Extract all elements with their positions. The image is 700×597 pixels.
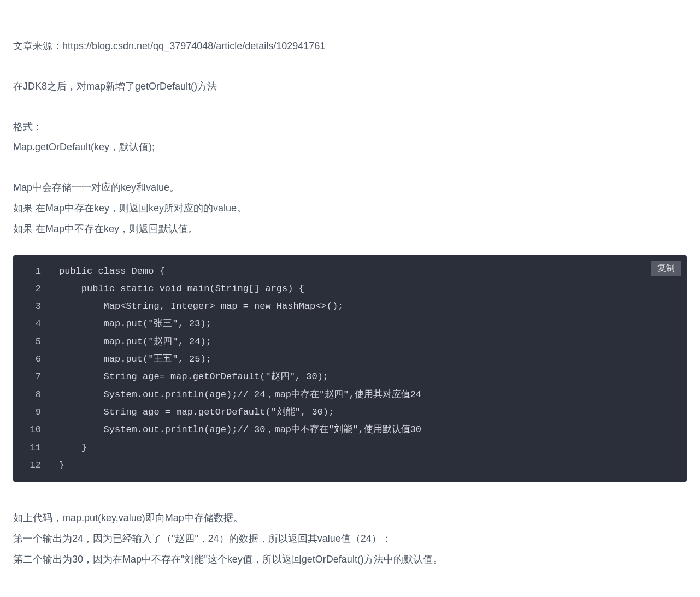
format-paragraph: 格式： Map.getOrDefault(key，默认值); <box>13 117 687 158</box>
line-number: 3 <box>13 298 51 315</box>
code-lines-container: 1public class Demo {2 public static void… <box>13 263 687 475</box>
description-paragraph: Map中会存储一一对应的key和value。 如果 在Map中存在key，则返回… <box>13 178 687 239</box>
code-row: 3 Map<String, Integer> map = new HashMap… <box>13 298 687 315</box>
source-paragraph: 文章来源：https://blog.csdn.net/qq_37974048/a… <box>13 36 687 57</box>
line-number: 2 <box>13 280 51 298</box>
code-row: 1public class Demo { <box>13 263 687 280</box>
format-label: 格式： <box>13 117 687 138</box>
code-line: map.put("王五", 25); <box>51 351 211 368</box>
code-line: Map<String, Integer> map = new HashMap<>… <box>51 298 343 315</box>
code-line: } <box>51 439 87 457</box>
line-number: 12 <box>13 457 51 474</box>
code-line: map.put("赵四", 24); <box>51 333 211 351</box>
code-line: String age = map.getOrDefault("刘能", 30); <box>51 404 334 421</box>
line-number: 4 <box>13 315 51 333</box>
line-number: 6 <box>13 351 51 368</box>
code-row: 10 System.out.println(age);// 30，map中不存在… <box>13 421 687 439</box>
code-line: map.put("张三", 23); <box>51 315 211 333</box>
after-line-1: 如上代码，map.put(key,value)即向Map中存储数据。 <box>13 508 687 529</box>
line-number: 10 <box>13 421 51 439</box>
code-line: public class Demo { <box>51 263 165 280</box>
line-number: 5 <box>13 333 51 351</box>
code-row: 7 String age= map.getOrDefault("赵四", 30)… <box>13 368 687 386</box>
code-row: 8 System.out.println(age);// 24，map中存在"赵… <box>13 386 687 404</box>
source-text: 文章来源：https://blog.csdn.net/qq_37974048/a… <box>13 36 687 57</box>
desc-line-3: 如果 在Map中不存在key，则返回默认值。 <box>13 219 687 240</box>
desc-line-1: Map中会存储一一对应的key和value。 <box>13 178 687 198</box>
code-row: 11 } <box>13 439 687 457</box>
line-number: 8 <box>13 386 51 404</box>
code-row: 6 map.put("王五", 25); <box>13 351 687 368</box>
code-row: 12} <box>13 457 687 474</box>
code-line: } <box>51 457 64 474</box>
code-row: 2 public static void main(String[] args)… <box>13 280 687 298</box>
after-line-2: 第一个输出为24，因为已经输入了（"赵四"，24）的数据，所以返回其value值… <box>13 529 687 549</box>
line-number: 9 <box>13 404 51 421</box>
code-line: public static void main(String[] args) { <box>51 280 304 298</box>
line-number: 7 <box>13 368 51 386</box>
code-line: System.out.println(age);// 24，map中存在"赵四"… <box>51 386 421 404</box>
format-line: Map.getOrDefault(key，默认值); <box>13 137 687 158</box>
code-row: 5 map.put("赵四", 24); <box>13 333 687 351</box>
code-row: 9 String age = map.getOrDefault("刘能", 30… <box>13 404 687 421</box>
copy-button[interactable]: 复制 <box>651 261 681 276</box>
desc-line-2: 如果 在Map中存在key，则返回key所对应的的value。 <box>13 198 687 219</box>
article-body: 文章来源：https://blog.csdn.net/qq_37974048/a… <box>13 36 687 570</box>
intro-paragraph: 在JDK8之后，对map新增了getOrDefault()方法 <box>13 76 687 97</box>
code-row: 4 map.put("张三", 23); <box>13 315 687 333</box>
after-line-3: 第二个输出为30，因为在Map中不存在"刘能"这个key值，所以返回getOrD… <box>13 549 687 570</box>
line-number: 11 <box>13 439 51 457</box>
code-block: 复制 1public class Demo {2 public static v… <box>13 255 687 482</box>
code-line: System.out.println(age);// 30，map中不存在"刘能… <box>51 421 421 439</box>
explanation-paragraph: 如上代码，map.put(key,value)即向Map中存储数据。 第一个输出… <box>13 508 687 570</box>
code-line: String age= map.getOrDefault("赵四", 30); <box>51 368 328 386</box>
intro-text: 在JDK8之后，对map新增了getOrDefault()方法 <box>13 76 687 97</box>
line-number: 1 <box>13 263 51 280</box>
